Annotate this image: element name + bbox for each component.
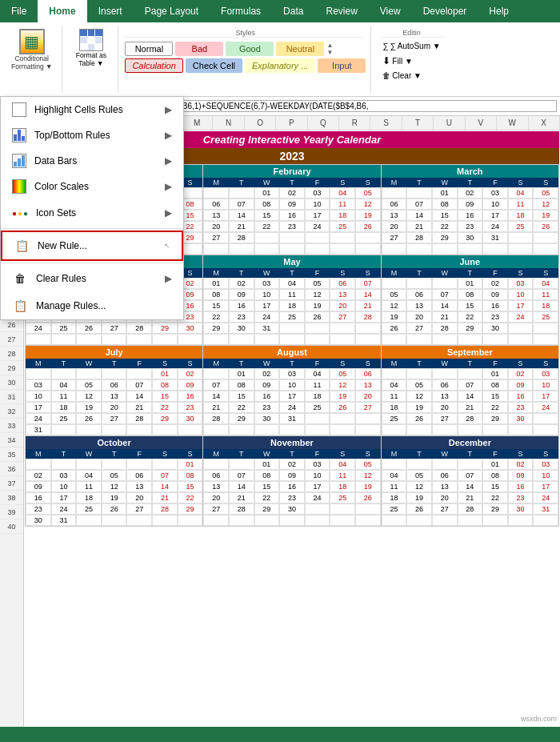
calendar-cell[interactable]: 04	[305, 368, 330, 379]
calendar-cell[interactable]: 06	[406, 289, 432, 300]
calendar-cell[interactable]	[279, 243, 305, 255]
calendar-cell[interactable]	[406, 278, 432, 289]
calendar-cell[interactable]: 09	[508, 470, 534, 481]
calendar-cell[interactable]	[126, 459, 152, 470]
calendar-cell[interactable]: 15	[482, 391, 508, 402]
calendar-cell[interactable]: 28	[126, 413, 152, 424]
calendar-cell[interactable]	[254, 243, 280, 255]
calendar-cell[interactable]: 05	[102, 470, 127, 481]
calendar-cell[interactable]: 02	[26, 470, 51, 481]
menu-item-highlight-cells[interactable]: Highlight Cells Rules ▶	[1, 97, 183, 122]
calendar-cell[interactable]: 27	[102, 413, 127, 424]
calendar-cell[interactable]: 13	[382, 210, 407, 221]
calendar-cell[interactable]: 30	[508, 413, 534, 424]
calendar-cell[interactable]: 14	[229, 481, 254, 492]
col-m[interactable]: M	[182, 116, 213, 130]
calendar-cell[interactable]: 24	[533, 402, 558, 413]
calendar-cell[interactable]: 20	[432, 492, 458, 503]
calendar-cell[interactable]: 01	[203, 278, 229, 289]
calendar-cell[interactable]: 08	[482, 379, 508, 391]
col-x[interactable]: X	[529, 116, 560, 130]
calendar-cell[interactable]: 17	[305, 481, 330, 492]
calendar-cell[interactable]: 25	[330, 492, 355, 503]
calendar-cell[interactable]: 19	[382, 311, 407, 323]
style-normal-button[interactable]: Normal	[125, 42, 173, 56]
calendar-cell[interactable]: 24	[533, 492, 558, 503]
style-bad-button[interactable]: Bad	[175, 42, 223, 56]
calendar-cell[interactable]: 05	[355, 459, 381, 470]
calendar-cell[interactable]	[203, 368, 229, 379]
calendar-cell[interactable]: 22	[482, 492, 508, 503]
calendar-cell[interactable]: 16	[458, 210, 483, 221]
calendar-cell[interactable]	[254, 334, 280, 345]
calendar-cell[interactable]	[254, 424, 280, 435]
calendar-cell[interactable]: 13	[330, 289, 355, 300]
calendar-cell[interactable]: 29	[152, 413, 178, 424]
calendar-cell[interactable]	[229, 459, 254, 470]
calendar-cell[interactable]: 28	[406, 232, 432, 243]
calendar-cell[interactable]: 10	[305, 470, 330, 481]
calendar-cell[interactable]	[279, 515, 305, 526]
calendar-cell[interactable]: 30	[458, 232, 483, 243]
calendar-cell[interactable]: 27	[406, 323, 432, 334]
calendar-cell[interactable]	[458, 243, 483, 255]
calendar-cell[interactable]: 09	[26, 481, 51, 492]
calendar-cell[interactable]	[382, 424, 407, 435]
calendar-cell[interactable]: 04	[76, 470, 102, 481]
calendar-cell[interactable]: 30	[26, 515, 51, 526]
calendar-cell[interactable]: 14	[458, 391, 483, 402]
calendar-cell[interactable]	[382, 243, 407, 255]
calendar-cell[interactable]: 19	[102, 492, 127, 503]
calendar-cell[interactable]	[482, 243, 508, 255]
calendar-cell[interactable]: 11	[51, 391, 77, 402]
calendar-cell[interactable]: 04	[382, 379, 407, 391]
calendar-cell[interactable]: 20	[102, 402, 127, 413]
calendar-cell[interactable]: 28	[229, 503, 254, 515]
calendar-cell[interactable]: 03	[254, 278, 280, 289]
calendar-cell[interactable]	[305, 503, 330, 515]
calendar-cell[interactable]	[382, 187, 407, 199]
calendar-cell[interactable]: 25	[305, 402, 330, 413]
calendar-cell[interactable]	[508, 243, 534, 255]
calendar-cell[interactable]: 22	[229, 402, 254, 413]
calendar-cell[interactable]	[178, 334, 203, 345]
tab-review[interactable]: Review	[314, 0, 368, 22]
calendar-cell[interactable]	[508, 323, 534, 334]
calendar-cell[interactable]: 17	[254, 300, 280, 311]
calendar-cell[interactable]	[458, 368, 483, 379]
calendar-cell[interactable]	[406, 515, 432, 526]
calendar-cell[interactable]: 18	[279, 300, 305, 311]
calendar-cell[interactable]: 20	[330, 300, 355, 311]
calendar-cell[interactable]	[51, 459, 77, 470]
calendar-cell[interactable]	[533, 424, 558, 435]
calendar-cell[interactable]	[76, 459, 102, 470]
calendar-cell[interactable]: 21	[406, 221, 432, 232]
tab-insert[interactable]: Insert	[87, 0, 134, 22]
calendar-cell[interactable]	[305, 334, 330, 345]
calendar-cell[interactable]	[406, 459, 432, 470]
col-s[interactable]: S	[370, 116, 402, 130]
calendar-cell[interactable]: 16	[26, 492, 51, 503]
calendar-cell[interactable]: 28	[229, 232, 254, 243]
calendar-cell[interactable]: 26	[533, 221, 558, 232]
calendar-cell[interactable]	[279, 323, 305, 334]
calendar-cell[interactable]: 08	[178, 470, 203, 481]
calendar-cell[interactable]	[355, 413, 381, 424]
menu-item-icon-sets[interactable]: ●●● Icon Sets ▶	[1, 199, 183, 227]
calendar-cell[interactable]: 03	[508, 278, 534, 289]
calendar-cell[interactable]: 12	[76, 391, 102, 402]
tab-formulas[interactable]: Formulas	[210, 0, 272, 22]
calendar-cell[interactable]: 18	[382, 492, 407, 503]
calendar-cell[interactable]: 13	[406, 300, 432, 311]
calendar-cell[interactable]: 01	[254, 459, 280, 470]
calendar-cell[interactable]: 08	[458, 289, 483, 300]
calendar-cell[interactable]: 14	[229, 210, 254, 221]
calendar-cell[interactable]: 05	[76, 379, 102, 391]
calendar-cell[interactable]	[482, 424, 508, 435]
calendar-cell[interactable]	[482, 334, 508, 345]
calendar-cell[interactable]: 13	[432, 481, 458, 492]
calendar-cell[interactable]	[203, 334, 229, 345]
calendar-cell[interactable]	[355, 424, 381, 435]
calendar-cell[interactable]: 21	[152, 492, 178, 503]
autosum-button[interactable]: ∑ ∑ AutoSum ▼	[379, 41, 443, 51]
